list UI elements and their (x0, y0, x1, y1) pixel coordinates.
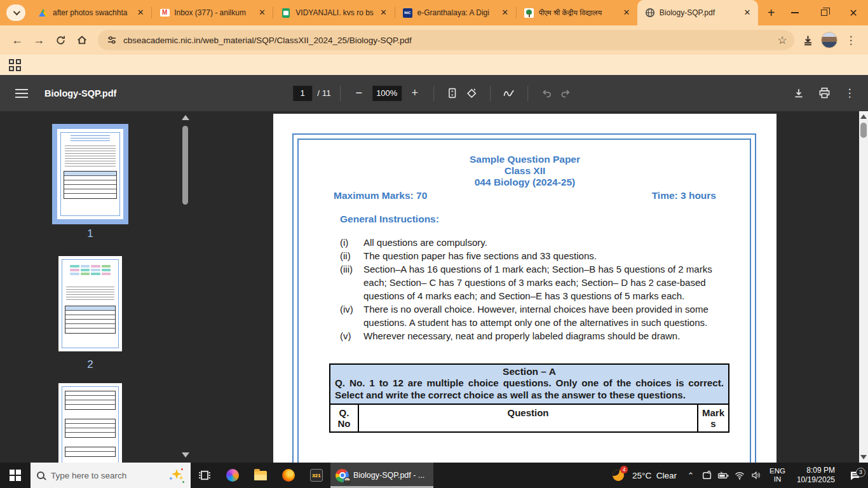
table-header-row: Q. No Question Marks (330, 405, 729, 432)
active-window-title: Biology-SQP.pdf - ... (353, 471, 428, 480)
minimize-button[interactable] (780, 0, 810, 25)
pdf-menu-hamburger-icon[interactable] (15, 86, 28, 100)
main-scrollbar[interactable] (859, 111, 868, 463)
thumbnail-page-1-selected[interactable] (52, 124, 128, 224)
gmail-icon: M (159, 8, 170, 18)
tab-title: पीएम श्री केंद्रीय विद्यालय (539, 8, 616, 17)
copilot-button[interactable] (219, 463, 247, 488)
sheets-icon (281, 8, 291, 18)
tab-title: Biology-SQP.pdf (660, 8, 737, 17)
tab-search-button[interactable] (6, 4, 25, 21)
section-a-header: Section – A Q. No. 1 to 12 are multiple … (329, 363, 729, 405)
tab-close-icon[interactable]: ✕ (378, 7, 390, 18)
browser-menu-button[interactable]: ⋮ (843, 32, 859, 48)
pdf-page-controls: / 11 − 100% + (293, 84, 575, 103)
marks-time-row: Maximum Marks: 70 Time: 3 hours (334, 190, 716, 201)
scroll-down-arrow-icon[interactable] (860, 455, 867, 459)
taskbar-clock[interactable]: 8:09 PM 10/19/2025 (790, 466, 841, 485)
tab-drive[interactable]: after photos swachhta ✕ (31, 0, 151, 25)
question-column-header: Question (358, 405, 698, 432)
tab-close-icon[interactable]: ✕ (135, 7, 146, 18)
pdf-toolbar: Biology-SQP.pdf / 11 − 100% + (0, 75, 868, 111)
task-view-button[interactable] (191, 463, 219, 488)
tab-kvs[interactable]: पीएम श्री केंद्रीय विद्यालय ✕ (517, 0, 637, 25)
task-view-icon (198, 469, 211, 482)
pdf-document-title: Biology-SQP.pdf (44, 88, 116, 98)
taskbar-search-box[interactable]: Type here to search (31, 463, 191, 488)
scrollbar-thumb[interactable] (182, 126, 188, 205)
nic-icon: NIC (403, 8, 413, 18)
divider (490, 86, 491, 101)
chevron-down-icon (13, 8, 20, 15)
kvs-icon (524, 8, 534, 18)
marks-column-header: Marks (698, 405, 729, 432)
battery-button[interactable] (715, 470, 731, 481)
start-button[interactable] (0, 463, 31, 488)
back-button[interactable]: ← (6, 29, 28, 51)
tray-device-button[interactable] (698, 470, 715, 481)
wifi-button[interactable] (731, 470, 748, 480)
profile-avatar[interactable] (821, 32, 837, 48)
tab-close-icon[interactable]: ✕ (256, 7, 268, 18)
pdf-more-options-button[interactable]: ⋮ (840, 84, 859, 103)
forward-button[interactable]: → (28, 29, 50, 51)
tab-egranthalaya[interactable]: NIC e-Granthalaya: A Digi ✕ (395, 0, 516, 25)
bookmark-button[interactable]: ☆ (774, 32, 790, 48)
tab-gmail[interactable]: M Inbox (377) - anilkum ✕ (152, 0, 273, 25)
scroll-up-arrow-icon[interactable] (860, 114, 867, 119)
address-bar[interactable]: cbseacademic.nic.in/web_material/SQP/Cla… (98, 30, 794, 50)
thumbnail-scrollbar[interactable] (180, 111, 191, 463)
weather-widget[interactable]: 4 25°C Clear (605, 468, 683, 483)
zoom-out-button[interactable]: − (349, 84, 369, 103)
site-info-icon[interactable] (107, 35, 117, 45)
clock-date: 10/19/2025 (797, 475, 835, 485)
tab-sheets[interactable]: VIDYANJALI. kvs ro bs ✕ (273, 0, 394, 25)
home-button[interactable] (71, 29, 93, 51)
divider (433, 86, 434, 101)
notification-center-button[interactable]: 3 (841, 470, 868, 482)
url-text[interactable]: cbseacademic.nic.in/web_material/SQP/Cla… (123, 36, 768, 45)
tab-biology-sqp-active[interactable]: Biology-SQP.pdf ✕ (637, 0, 758, 25)
pdf-download-button[interactable] (789, 84, 808, 103)
tab-close-icon[interactable]: ✕ (621, 7, 632, 18)
firefox-icon (282, 469, 295, 482)
new-tab-button[interactable]: + (762, 3, 780, 22)
tab-close-icon[interactable]: ✕ (742, 7, 753, 18)
redo-button[interactable] (556, 84, 575, 103)
rotate-button[interactable] (462, 84, 481, 103)
apps-grid-icon[interactable] (9, 59, 21, 71)
tab-close-icon[interactable]: ✕ (499, 7, 511, 18)
scroll-down-arrow-icon[interactable] (182, 452, 189, 458)
home-icon (76, 34, 88, 46)
thumbnail-page-2[interactable] (58, 256, 122, 351)
taskbar-active-chrome-window[interactable]: Biology-SQP.pdf - ... (330, 463, 433, 488)
annotate-button[interactable] (499, 84, 519, 103)
print-button[interactable] (815, 84, 834, 103)
close-window-button[interactable]: ✕ (839, 0, 868, 25)
page-content: Sample Question Paper Class XII 044 Biol… (334, 114, 716, 433)
file-explorer-icon (254, 471, 267, 480)
page-number-input[interactable] (293, 86, 312, 101)
file-explorer-button[interactable] (247, 463, 275, 488)
firefox-button[interactable] (275, 463, 302, 488)
kmplayer-button[interactable]: 321 (302, 463, 330, 488)
qno-column-header: Q. No (330, 405, 358, 432)
maximize-button[interactable] (810, 0, 839, 25)
wifi-icon (734, 470, 745, 480)
zoom-level-value[interactable]: 100% (372, 86, 402, 101)
thumbnail-page-3[interactable] (58, 383, 122, 463)
downloads-button[interactable] (799, 32, 816, 48)
undo-button[interactable] (537, 84, 556, 103)
language-indicator[interactable]: ENG IN (764, 467, 790, 484)
tab-title: Inbox (377) - anilkum (174, 8, 252, 17)
tray-expand-button[interactable]: ⌃ (683, 471, 698, 480)
scroll-up-arrow-icon[interactable] (182, 115, 189, 120)
volume-button[interactable] (748, 470, 764, 480)
reload-button[interactable] (50, 29, 71, 51)
battery-icon (717, 470, 729, 481)
thumbnail-panel: 1 2 (0, 111, 191, 463)
fit-to-page-button[interactable] (443, 84, 462, 103)
zoom-in-button[interactable]: + (405, 84, 424, 103)
scrollbar-thumb[interactable] (860, 123, 867, 138)
pdf-content-area: 1 2 Sample Q (0, 111, 868, 463)
